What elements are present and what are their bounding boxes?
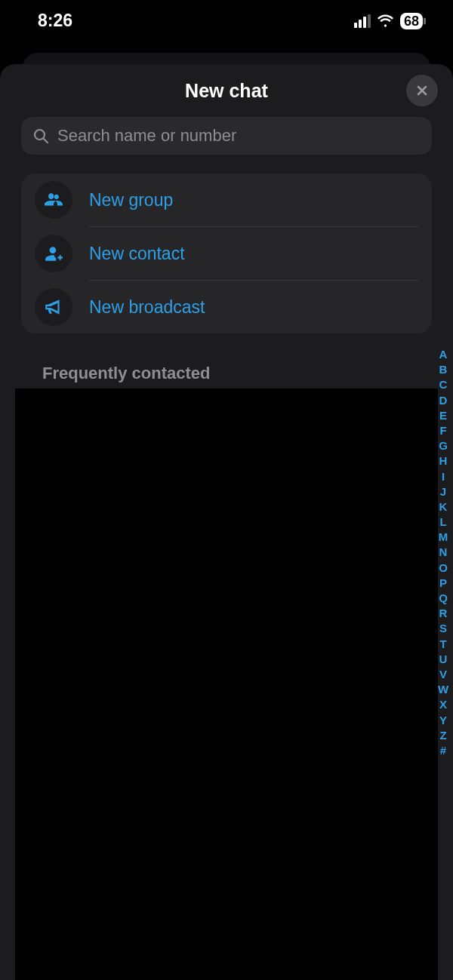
status-bar: 8:26 68: [0, 0, 453, 41]
alpha-index[interactable]: ABCDEFGHIJKLMNOPQRSTUVWXYZ#: [436, 347, 450, 757]
alpha-index-letter[interactable]: C: [436, 377, 450, 392]
alpha-index-letter[interactable]: F: [436, 423, 450, 438]
add-contact-icon: [35, 235, 72, 272]
sheet-header: New chat: [0, 64, 453, 117]
frequently-contacted-header: Frequently contacted: [42, 364, 453, 383]
broadcast-icon: [35, 288, 72, 326]
alpha-index-letter[interactable]: V: [436, 667, 450, 681]
svg-line-1: [44, 139, 48, 143]
quick-actions-card: New group New contact New broadcast: [21, 174, 432, 333]
new-group-label: New group: [89, 190, 173, 210]
new-group-row[interactable]: New group: [21, 174, 432, 226]
search-icon: [32, 127, 50, 145]
close-icon: [414, 83, 430, 98]
status-indicators: 68: [354, 12, 423, 29]
alpha-index-letter[interactable]: N: [436, 545, 450, 559]
status-time: 8:26: [38, 11, 72, 31]
alpha-index-letter[interactable]: W: [436, 682, 450, 696]
contact-list-area[interactable]: [15, 389, 438, 980]
battery-indicator: 68: [400, 13, 423, 29]
search-input[interactable]: [57, 126, 421, 146]
alpha-index-letter[interactable]: K: [436, 499, 450, 514]
alpha-index-letter[interactable]: B: [436, 362, 450, 376]
alpha-index-letter[interactable]: G: [436, 438, 450, 453]
alpha-index-letter[interactable]: U: [436, 652, 450, 666]
alpha-index-letter[interactable]: L: [436, 515, 450, 529]
alpha-index-letter[interactable]: Q: [436, 591, 450, 605]
group-icon: [35, 181, 72, 219]
alpha-index-letter[interactable]: P: [436, 576, 450, 590]
alpha-index-letter[interactable]: E: [436, 408, 450, 422]
new-chat-sheet: New chat New group New contact: [0, 64, 453, 980]
search-container: [21, 117, 432, 155]
alpha-index-letter[interactable]: H: [436, 453, 450, 468]
cellular-icon: [354, 14, 371, 28]
alpha-index-letter[interactable]: Y: [436, 713, 450, 727]
alpha-index-letter[interactable]: M: [436, 530, 450, 544]
alpha-index-letter[interactable]: Z: [436, 728, 450, 742]
alpha-index-letter[interactable]: S: [436, 621, 450, 635]
alpha-index-letter[interactable]: T: [436, 637, 450, 651]
alpha-index-letter[interactable]: R: [436, 606, 450, 620]
alpha-index-letter[interactable]: A: [436, 347, 450, 361]
new-broadcast-row[interactable]: New broadcast: [21, 281, 432, 333]
alpha-index-letter[interactable]: J: [436, 484, 450, 499]
alpha-index-letter[interactable]: I: [436, 469, 450, 484]
new-contact-row[interactable]: New contact: [21, 227, 432, 280]
close-button[interactable]: [406, 75, 438, 106]
alpha-index-letter[interactable]: #: [436, 743, 450, 757]
wifi-icon: [377, 12, 394, 29]
new-broadcast-label: New broadcast: [89, 297, 205, 318]
alpha-index-letter[interactable]: D: [436, 393, 450, 407]
alpha-index-letter[interactable]: X: [436, 697, 450, 711]
alpha-index-letter[interactable]: O: [436, 561, 450, 575]
sheet-title: New chat: [185, 80, 268, 102]
search-field[interactable]: [21, 117, 432, 155]
new-contact-label: New contact: [89, 244, 185, 264]
